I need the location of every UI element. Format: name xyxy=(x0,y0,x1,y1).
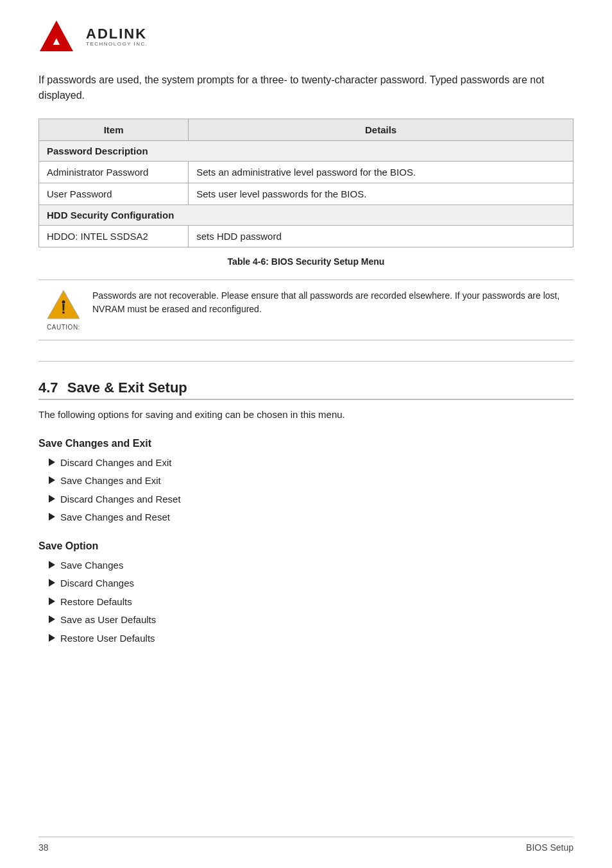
svg-text:▲: ▲ xyxy=(51,35,62,47)
intro-text: If passwords are used, the system prompt… xyxy=(38,72,574,103)
table-row: HDDO: INTEL SSDSA2 sets HDD password xyxy=(39,226,574,247)
list-item: Save Changes xyxy=(49,558,574,573)
save-exit-list: Discard Changes and Exit Save Changes an… xyxy=(38,456,574,525)
caution-triangle-icon: ! xyxy=(46,289,81,320)
footer-label: BIOS Setup xyxy=(526,842,574,853)
caution-label: CAUTION: xyxy=(47,324,80,331)
list-item: Save Changes and Exit xyxy=(49,474,574,488)
list-item: Discard Changes and Exit xyxy=(49,456,574,471)
table-cell-details-hdd: sets HDD password xyxy=(189,226,574,247)
subsection-heading-save-exit: Save Changes and Exit xyxy=(38,438,574,449)
table-section-password-label: Password Description xyxy=(39,141,574,162)
bullet-arrow-icon xyxy=(49,561,55,569)
list-item: Discard Changes and Reset xyxy=(49,492,574,507)
table-row: User Password Sets user level passwords … xyxy=(39,183,574,205)
list-item-label: Save Changes xyxy=(60,558,123,573)
bullet-arrow-icon xyxy=(49,615,55,623)
list-item-label: Save Changes and Reset xyxy=(60,510,170,525)
bullet-arrow-icon xyxy=(49,458,55,466)
bios-security-table: Item Details Password Description Admini… xyxy=(38,119,574,247)
table-section-password: Password Description xyxy=(39,141,574,162)
logo-text-block: ADLINK TECHNOLOGY INC. xyxy=(86,26,148,47)
table-header-details: Details xyxy=(189,119,574,141)
logo-area: ▲ ADLINK TECHNOLOGY INC. xyxy=(38,19,574,54)
list-item: Save Changes and Reset xyxy=(49,510,574,525)
table-row: Administrator Password Sets an administr… xyxy=(39,162,574,183)
logo-box: ▲ ADLINK TECHNOLOGY INC. xyxy=(38,19,148,54)
list-item: Restore Defaults xyxy=(49,595,574,610)
table-header-item: Item xyxy=(39,119,189,141)
caution-icon: ! CAUTION: xyxy=(46,289,81,331)
list-item-label: Restore User Defaults xyxy=(60,631,155,646)
caution-box: ! CAUTION: Passwords are not recoverable… xyxy=(38,280,574,340)
bullet-arrow-icon xyxy=(49,597,55,605)
logo-icon: ▲ xyxy=(38,19,74,53)
logo-brand: ADLINK xyxy=(86,26,148,42)
section-divider xyxy=(38,361,574,362)
list-item-label: Discard Changes and Exit xyxy=(60,456,171,471)
list-item-label: Discard Changes and Reset xyxy=(60,492,181,507)
section-number: 4.7 xyxy=(38,380,58,396)
section-heading-47: 4.7 Save & Exit Setup xyxy=(38,380,574,400)
table-section-hdd-label: HDD Security Configuration xyxy=(39,205,574,226)
page-footer: 38 BIOS Setup xyxy=(38,837,574,853)
list-item-label: Restore Defaults xyxy=(60,595,132,610)
logo-subtitle: TECHNOLOGY INC. xyxy=(86,42,148,47)
svg-point-4 xyxy=(62,301,65,304)
table-cell-item-hdd: HDDO: INTEL SSDSA2 xyxy=(39,226,189,247)
list-item: Discard Changes xyxy=(49,576,574,591)
list-item-label: Discard Changes xyxy=(60,576,134,591)
table-cell-item-user: User Password xyxy=(39,183,189,205)
table-section-hdd: HDD Security Configuration xyxy=(39,205,574,226)
bullet-arrow-icon xyxy=(49,495,55,503)
page-content: ▲ ADLINK TECHNOLOGY INC. If passwords ar… xyxy=(0,0,612,699)
section-title: Save & Exit Setup xyxy=(67,380,187,396)
save-option-list: Save Changes Discard Changes Restore Def… xyxy=(38,558,574,646)
list-item: Restore User Defaults xyxy=(49,631,574,646)
table-cell-details-admin: Sets an administrative level password fo… xyxy=(189,162,574,183)
bullet-arrow-icon xyxy=(49,476,55,484)
bullet-arrow-icon xyxy=(49,634,55,642)
caution-text: Passwords are not recoverable. Please en… xyxy=(92,289,566,316)
bullet-arrow-icon xyxy=(49,513,55,521)
table-cell-item-admin: Administrator Password xyxy=(39,162,189,183)
section-intro: The following options for saving and exi… xyxy=(38,408,574,422)
list-item: Save as User Defaults xyxy=(49,613,574,628)
table-caption: Table 4-6: BIOS Security Setup Menu xyxy=(38,256,574,267)
list-item-label: Save as User Defaults xyxy=(60,613,156,628)
list-item-label: Save Changes and Exit xyxy=(60,474,161,488)
table-cell-details-user: Sets user level passwords for the BIOS. xyxy=(189,183,574,205)
footer-page-number: 38 xyxy=(38,842,49,853)
subsection-heading-save-option: Save Option xyxy=(38,540,574,552)
bullet-arrow-icon xyxy=(49,579,55,587)
